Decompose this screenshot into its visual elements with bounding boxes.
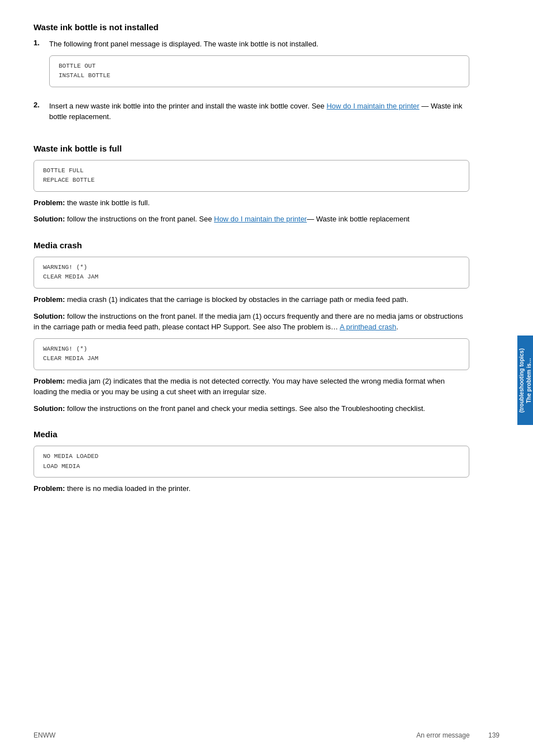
problem-media-crash-1: Problem: media crash (1) indicates that … bbox=[34, 294, 469, 305]
page-footer: ENWW An error message 139 bbox=[34, 731, 499, 739]
heading-media: Media bbox=[34, 429, 469, 439]
problem-label-3: Problem: bbox=[34, 377, 65, 385]
solution-media-crash-1-before: follow the instructions on the front pan… bbox=[34, 312, 463, 332]
heading-waste-ink-not-installed: Waste ink bottle is not installed bbox=[34, 22, 469, 32]
problem-bottle-full: Problem: the waste ink bottle is full. bbox=[34, 197, 469, 209]
step-1-content: The following front panel message is dis… bbox=[49, 39, 469, 93]
printhead-crash-link[interactable]: A printhead crash bbox=[340, 323, 396, 331]
solution-media-crash-2-text: follow the instructions on the front pan… bbox=[67, 404, 425, 413]
solution-media-crash-1-after: . bbox=[396, 323, 398, 331]
solution-label-1: Solution: bbox=[34, 215, 65, 223]
side-tab-line1: The problem is… bbox=[526, 357, 532, 403]
step-1-text: The following front panel message is dis… bbox=[49, 39, 469, 50]
panel-warning2-line-2: CLEAR MEDIA JAM bbox=[43, 354, 460, 364]
step-2: 2. Insert a new waste ink bottle into th… bbox=[34, 101, 469, 128]
step-2-content: Insert a new waste ink bottle into the p… bbox=[49, 101, 469, 128]
panel-line-1: BOTTLE OUT bbox=[59, 62, 460, 72]
step-2-text: Insert a new waste ink bottle into the p… bbox=[49, 101, 469, 122]
solution-bottle-full: Solution: follow the instructions on the… bbox=[34, 214, 469, 225]
footer-left: ENWW bbox=[34, 731, 55, 739]
problem-label-4: Problem: bbox=[34, 484, 65, 493]
panel-full-line-1: BOTTLE FULL bbox=[43, 166, 460, 176]
panel-media-crash-1: WARNING! (*) CLEAR MEDIA JAM bbox=[34, 257, 469, 289]
problem-label-1: Problem: bbox=[34, 199, 65, 207]
panel-warning-line-2: CLEAR MEDIA JAM bbox=[43, 272, 460, 282]
section-media: Media NO MEDIA LOADED LOAD MEDIA Problem… bbox=[34, 429, 469, 494]
problem-media-crash-1-text: media crash (1) indicates that the carri… bbox=[67, 295, 408, 304]
panel-warning2-line-1: WARNING! (*) bbox=[43, 344, 460, 355]
footer-center: An error message 139 bbox=[416, 731, 499, 739]
panel-media-crash-2: WARNING! (*) CLEAR MEDIA JAM bbox=[34, 338, 469, 370]
problem-label-2: Problem: bbox=[34, 295, 65, 304]
step-number-2: 2. bbox=[34, 101, 49, 109]
problem-media-crash-2: Problem: media jam (2) indicates that th… bbox=[34, 376, 469, 398]
footer-page-number: 139 bbox=[488, 731, 499, 739]
panel-warning-line-1: WARNING! (*) bbox=[43, 263, 460, 273]
solution-media-crash-2: Solution: follow the instructions on the… bbox=[34, 403, 469, 414]
problem-media: Problem: there is no media loaded in the… bbox=[34, 483, 469, 494]
solution-label-3: Solution: bbox=[34, 404, 65, 413]
step-2-text-before: Insert a new waste ink bottle into the p… bbox=[49, 102, 326, 110]
section-waste-ink-full: Waste ink bottle is full BOTTLE FULL REP… bbox=[34, 144, 469, 225]
heading-waste-ink-full: Waste ink bottle is full bbox=[34, 144, 469, 153]
side-tab-line2: (troubleshooting topics) bbox=[518, 348, 525, 413]
panel-no-media-line-1: NO MEDIA LOADED bbox=[43, 452, 460, 462]
heading-media-crash: Media crash bbox=[34, 240, 469, 250]
section-waste-ink-not-installed: Waste ink bottle is not installed 1. The… bbox=[34, 22, 469, 128]
solution-bottle-full-after: — Waste ink bottle replacement bbox=[307, 215, 410, 223]
step-number-1: 1. bbox=[34, 39, 49, 47]
side-tab[interactable]: The problem is… (troubleshooting topics) bbox=[517, 336, 533, 425]
section-media-crash: Media crash WARNING! (*) CLEAR MEDIA JAM… bbox=[34, 240, 469, 414]
maintain-printer-link-1[interactable]: How do I maintain the printer bbox=[326, 102, 419, 110]
solution-label-2: Solution: bbox=[34, 312, 65, 320]
problem-media-crash-2-text: media jam (2) indicates that the media i… bbox=[34, 377, 445, 396]
side-tab-text: The problem is… (troubleshooting topics) bbox=[516, 346, 533, 415]
panel-no-media: NO MEDIA LOADED LOAD MEDIA bbox=[34, 446, 469, 478]
panel-no-media-line-2: LOAD MEDIA bbox=[43, 462, 460, 472]
problem-bottle-full-value: the waste ink bottle is full. bbox=[67, 199, 150, 207]
solution-media-crash-1: Solution: follow the instructions on the… bbox=[34, 311, 469, 333]
panel-line-2: INSTALL BOTTLE bbox=[59, 71, 460, 81]
solution-bottle-full-before: follow the instructions on the front pan… bbox=[67, 215, 214, 223]
panel-full-line-2: REPLACE BOTTLE bbox=[43, 176, 460, 186]
panel-bottle-out: BOTTLE OUT INSTALL BOTTLE bbox=[49, 55, 469, 87]
panel-bottle-full: BOTTLE FULL REPLACE BOTTLE bbox=[34, 160, 469, 192]
problem-media-text: there is no media loaded in the printer. bbox=[67, 484, 191, 493]
step-1: 1. The following front panel message is … bbox=[34, 39, 469, 93]
footer-right-label: An error message bbox=[416, 731, 469, 739]
maintain-printer-link-2[interactable]: How do I maintain the printer bbox=[214, 215, 307, 223]
